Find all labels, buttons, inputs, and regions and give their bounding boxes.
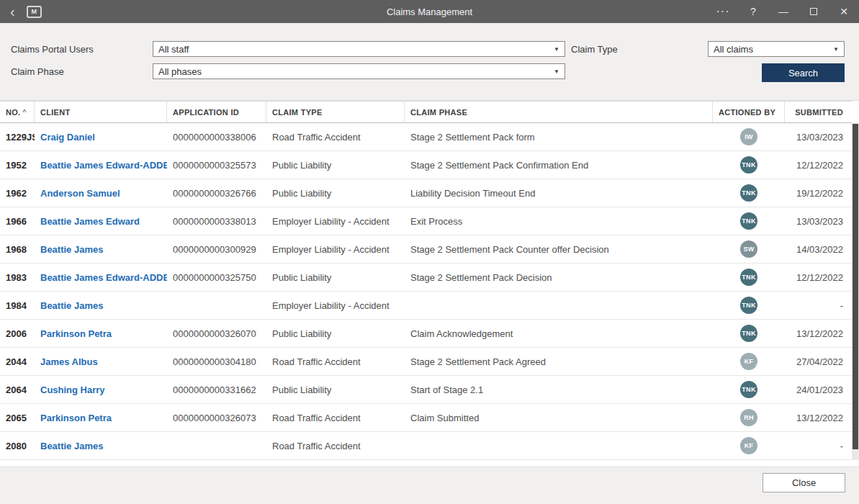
submitted-date: 13/03/2023 <box>785 132 852 143</box>
column-header-label: NO. <box>6 108 20 117</box>
application-id: 0000000000325573 <box>167 160 266 171</box>
column-header-label: SUBMITTED <box>795 108 843 117</box>
row-number: 2080 <box>0 441 35 451</box>
table-row[interactable]: 1984 Beattie James Employer Liability - … <box>0 292 852 320</box>
column-header-label: ACTIONED BY <box>719 108 775 117</box>
claim-type-dropdown[interactable]: All claims ▼ <box>708 41 845 57</box>
actioned-by-cell: TNK <box>713 381 785 398</box>
chevron-down-icon: ▼ <box>833 46 839 53</box>
column-header[interactable]: APPLICATION ID <box>167 102 266 122</box>
claim-type-label: Claim Type <box>571 44 618 55</box>
application-id: 0000000000326766 <box>167 188 266 199</box>
submitted-date: 13/12/2022 <box>785 328 852 339</box>
claim-type: Public Liability <box>266 272 405 283</box>
actioned-by-cell: TNK <box>713 156 785 174</box>
table-row[interactable]: 1966 Beattie James Edward 00000000003380… <box>0 207 852 235</box>
close-window-button[interactable]: ✕ <box>829 0 859 23</box>
back-icon[interactable]: ‹ <box>7 4 18 19</box>
actioned-by-cell: SW <box>713 240 785 258</box>
actioned-by-cell: TNK <box>713 269 785 286</box>
table-row[interactable]: 2080 Beattie James Road Traffic Accident… <box>0 432 852 460</box>
close-button[interactable]: Close <box>763 473 845 492</box>
actioned-by-cell: KF <box>713 353 785 370</box>
submitted-date: - <box>785 300 852 311</box>
vertical-scrollbar[interactable] <box>852 123 859 460</box>
table-row[interactable]: 1968 Beattie James 0000000000300929 Empl… <box>0 235 852 264</box>
column-header[interactable]: SUBMITTED <box>785 102 852 122</box>
client-link[interactable]: Beattie James <box>35 300 167 311</box>
client-link[interactable]: Craig Daniel <box>35 132 167 143</box>
claim-phase: Stage 2 Settlement Pack Decision <box>405 272 713 283</box>
avatar: SW <box>740 240 757 258</box>
row-number: 1966 <box>0 216 35 227</box>
client-link[interactable]: Beattie James Edward <box>35 216 167 227</box>
client-link[interactable]: Beattie James Edward-ADDED <box>35 272 167 283</box>
help-icon[interactable]: ? <box>738 0 768 23</box>
column-header[interactable]: NO.^ <box>0 102 35 122</box>
submitted-date: 14/03/2022 <box>785 244 852 255</box>
claims-portal-users-dropdown[interactable]: All staff ▼ <box>153 41 565 57</box>
claim-type: Public Liability <box>266 328 405 339</box>
avatar: RH <box>740 409 757 426</box>
claim-type: Employer Liability - Accident <box>266 244 405 255</box>
table-row[interactable]: 1983 Beattie James Edward-ADDED 00000000… <box>0 264 852 292</box>
claim-phase: Stage 2 Settlement Pack Confirmation End <box>405 160 713 171</box>
footer-bar: Close <box>0 467 859 504</box>
table-row[interactable]: 1962 Anderson Samuel 0000000000326766 Pu… <box>0 179 852 207</box>
claims-portal-users-label: Claims Portal Users <box>11 44 94 55</box>
column-header[interactable]: CLAIM PHASE <box>405 102 713 122</box>
chevron-down-icon: ▼ <box>554 46 559 53</box>
table-row[interactable]: 1229JS Craig Daniel 0000000000338006 Roa… <box>0 123 852 151</box>
claim-type-value: All claims <box>714 44 753 55</box>
actioned-by-cell: TNK <box>713 297 785 314</box>
application-id: 0000000000325750 <box>167 272 266 283</box>
actioned-by-cell: TNK <box>713 325 785 342</box>
client-link[interactable]: Cushing Harry <box>35 384 167 395</box>
client-link[interactable]: Parkinson Petra <box>35 328 167 339</box>
client-link[interactable]: Beattie James <box>35 441 167 451</box>
search-button[interactable]: Search <box>762 63 845 82</box>
client-link[interactable]: James Albus <box>35 356 167 367</box>
claim-phase-dropdown[interactable]: All phases ▼ <box>153 63 565 79</box>
scrollbar-thumb[interactable] <box>853 124 858 449</box>
column-header-label: CLIENT <box>40 108 71 117</box>
column-header-label: CLAIM PHASE <box>410 108 467 117</box>
claim-type: Road Traffic Accident <box>266 356 405 367</box>
table-row[interactable]: 2006 Parkinson Petra 0000000000326070 Pu… <box>0 320 852 348</box>
table-row[interactable]: 1952 Beattie James Edward-ADDED 00000000… <box>0 151 852 179</box>
row-number: 1984 <box>0 300 35 311</box>
application-id: 0000000000338013 <box>167 216 266 227</box>
column-header-label: CLAIM TYPE <box>272 108 323 117</box>
claim-phase-label: Claim Phase <box>11 66 64 77</box>
maximize-button[interactable] <box>799 0 829 23</box>
claim-type: Public Liability <box>266 384 405 395</box>
submitted-date: 19/12/2022 <box>785 188 852 199</box>
claim-phase-value: All phases <box>158 66 202 77</box>
row-number: 1952 <box>0 160 35 171</box>
actioned-by-cell: TNK <box>713 212 785 230</box>
actioned-by-cell: KF <box>713 437 785 454</box>
client-link[interactable]: Anderson Samuel <box>35 188 167 199</box>
avatar: KF <box>740 437 757 454</box>
more-options-icon[interactable]: ··· <box>708 0 738 23</box>
client-link[interactable]: Beattie James <box>35 244 167 255</box>
client-link[interactable]: Parkinson Petra <box>35 413 167 423</box>
minimize-button[interactable]: — <box>768 0 799 23</box>
table-row[interactable]: 2044 James Albus 0000000000304180 Road T… <box>0 348 852 376</box>
application-id: 0000000000304180 <box>167 356 266 367</box>
client-link[interactable]: Beattie James Edward-ADDED <box>35 160 167 171</box>
application-id: 0000000000326073 <box>167 413 266 423</box>
table-row[interactable]: 2064 Cushing Harry 0000000000331662 Publ… <box>0 376 852 404</box>
row-number: 1229JS <box>0 132 35 143</box>
row-number: 2044 <box>0 356 35 367</box>
table-row[interactable]: 2065 Parkinson Petra 0000000000326073 Ro… <box>0 404 852 432</box>
avatar: TNK <box>740 269 757 286</box>
column-header[interactable]: CLIENT <box>35 102 167 122</box>
claim-phase: Stage 2 Settlement Pack form <box>405 132 713 143</box>
avatar: IW <box>740 128 757 145</box>
application-id: 0000000000338006 <box>167 132 266 143</box>
column-header[interactable]: CLAIM TYPE <box>266 102 405 122</box>
claims-portal-users-value: All staff <box>158 44 189 55</box>
claim-type: Public Liability <box>266 160 405 171</box>
column-header[interactable]: ACTIONED BY <box>713 102 785 122</box>
